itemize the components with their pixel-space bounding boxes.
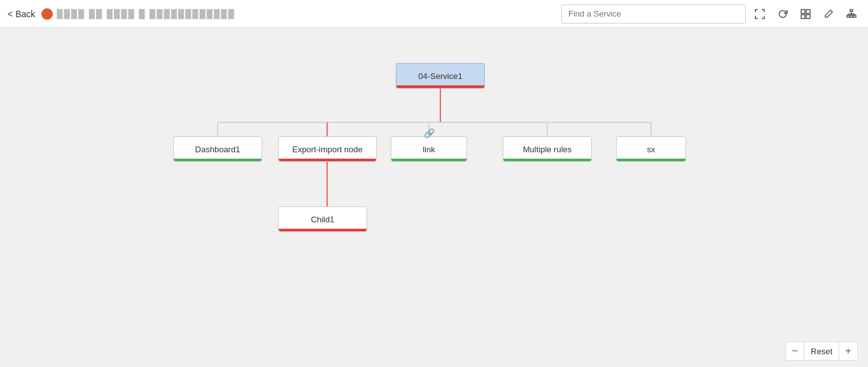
zoom-out-button[interactable]: − (786, 342, 804, 360)
node-sx[interactable]: sx (616, 136, 686, 162)
node-dashboard1[interactable]: Dashboard1 (173, 136, 262, 162)
node-sx-label: sx (647, 145, 655, 154)
node-child1-label: Child1 (311, 215, 335, 224)
find-service-input[interactable] (561, 4, 746, 24)
svg-rect-4 (850, 10, 853, 11)
zoom-controls: − Reset + (785, 342, 858, 361)
node-root-label: 04-Service1 (418, 71, 462, 81)
node-multiple-rules-label: Multiple rules (523, 145, 572, 154)
svg-rect-5 (847, 15, 850, 17)
right-toolbar (561, 4, 860, 24)
node-dashboard1-label: Dashboard1 (195, 145, 241, 154)
breadcrumb-text: ████ ██ ████ █ ████████████ (57, 9, 235, 18)
edit-button[interactable] (820, 5, 837, 23)
svg-rect-2 (801, 15, 805, 18)
back-button[interactable]: < Back (8, 9, 35, 19)
svg-rect-6 (850, 15, 853, 17)
svg-rect-7 (853, 15, 856, 17)
refresh-button[interactable] (774, 5, 792, 23)
zoom-reset-label: Reset (804, 342, 839, 360)
node-export-import[interactable]: Export-import node (278, 136, 377, 162)
link-chain-icon: 🔗 (424, 128, 435, 138)
hierarchy-icon (846, 9, 857, 19)
edit-icon (823, 9, 834, 19)
grid-button[interactable] (797, 5, 815, 23)
fullscreen-icon (755, 9, 765, 19)
zoom-in-icon: + (845, 345, 851, 357)
node-root[interactable]: 04-Service1 (396, 63, 485, 89)
zoom-in-button[interactable]: + (839, 342, 857, 360)
fullscreen-button[interactable] (751, 5, 769, 23)
svg-rect-0 (801, 10, 805, 13)
node-multiple-rules[interactable]: Multiple rules (503, 136, 592, 162)
zoom-out-icon: − (792, 345, 797, 357)
hierarchy-button[interactable] (843, 5, 860, 23)
canvas[interactable]: 04-Service1 Dashboard1 Export-import nod… (0, 28, 868, 367)
node-link[interactable]: 🔗 link (391, 136, 467, 162)
back-arrow-icon: < (8, 9, 13, 19)
node-child1[interactable]: Child1 (278, 206, 367, 232)
back-label: Back (15, 9, 35, 19)
breadcrumb: ████ ██ ████ █ ████████████ (41, 8, 561, 20)
node-link-label: link (423, 145, 435, 154)
breadcrumb-dot (41, 8, 53, 20)
topbar: < Back ████ ██ ████ █ ████████████ (0, 0, 868, 28)
grid-icon (801, 9, 811, 19)
svg-rect-3 (806, 15, 810, 18)
svg-rect-1 (806, 10, 810, 13)
node-export-import-label: Export-import node (292, 145, 363, 154)
refresh-icon (778, 9, 788, 19)
